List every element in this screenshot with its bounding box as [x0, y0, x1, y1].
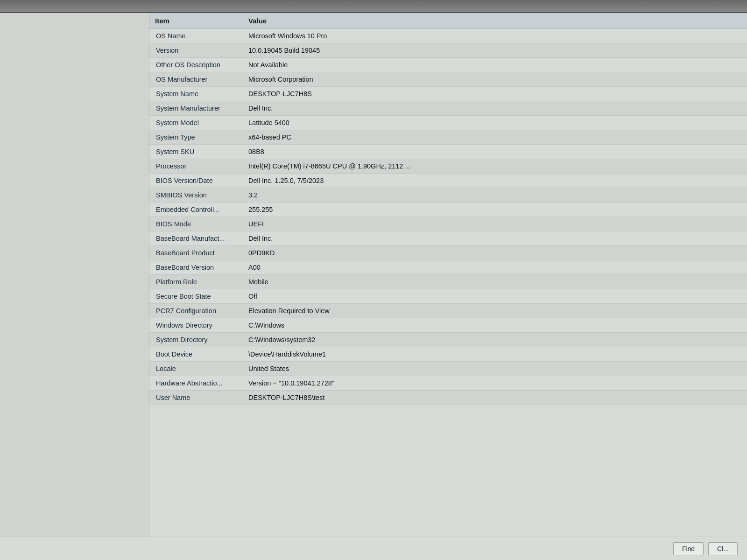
- table-row: Secure Boot StateOff: [149, 289, 747, 304]
- table-row: Boot Device\Device\HarddiskVolume1: [149, 347, 747, 362]
- table-body: OS NameMicrosoft Windows 10 ProVersion10…: [149, 29, 747, 405]
- value-cell: 08B8: [243, 145, 747, 159]
- table-row: PCR7 ConfigurationElevation Required to …: [149, 304, 747, 318]
- item-cell: BaseBoard Manufact...: [149, 231, 243, 246]
- value-cell: Mobile: [243, 275, 747, 289]
- value-cell: A00: [243, 260, 747, 275]
- table-row: Platform RoleMobile: [149, 275, 747, 289]
- table-row: BaseBoard Product0PD9KD: [149, 246, 747, 260]
- value-cell: \Device\HarddiskVolume1: [243, 347, 747, 362]
- item-cell: SMBIOS Version: [149, 188, 243, 203]
- item-cell: Embedded Controll...: [149, 203, 243, 217]
- close-button[interactable]: Cl...: [708, 542, 738, 555]
- value-cell: Latitude 5400: [243, 116, 747, 130]
- table-row: SMBIOS Version3.2: [149, 188, 747, 203]
- table-header-row: Item Value: [149, 13, 747, 29]
- left-panel: [0, 13, 149, 537]
- table-row: System DirectoryC:\Windows\system32: [149, 333, 747, 347]
- bottom-bar: Find Cl...: [0, 537, 747, 560]
- table-row: System ManufacturerDell Inc.: [149, 101, 747, 116]
- value-cell: 3.2: [243, 188, 747, 203]
- value-cell: C:\Windows\system32: [243, 333, 747, 347]
- item-cell: System Directory: [149, 333, 243, 347]
- system-info-table: Item Value OS NameMicrosoft Windows 10 P…: [149, 13, 747, 405]
- item-cell: System SKU: [149, 145, 243, 159]
- value-cell: C:\Windows: [243, 318, 747, 333]
- table-row: Version10.0.19045 Build 19045: [149, 43, 747, 58]
- item-cell: Hardware Abstractio...: [149, 376, 243, 391]
- item-cell: OS Manufacturer: [149, 72, 243, 87]
- table-row: OS NameMicrosoft Windows 10 Pro: [149, 29, 747, 43]
- top-bar: [0, 0, 747, 13]
- right-panel: Item Value OS NameMicrosoft Windows 10 P…: [149, 13, 747, 537]
- value-cell: Version = "10.0.19041.2728": [243, 376, 747, 391]
- item-cell: User Name: [149, 391, 243, 405]
- table-row: Windows DirectoryC:\Windows: [149, 318, 747, 333]
- item-cell: Platform Role: [149, 275, 243, 289]
- table-row: ProcessorIntel(R) Core(TM) i7-8665U CPU …: [149, 159, 747, 174]
- table-row: BaseBoard Manufact...Dell Inc.: [149, 231, 747, 246]
- item-column-header: Item: [149, 13, 243, 29]
- value-cell: Off: [243, 289, 747, 304]
- value-cell: DESKTOP-LJC7H8S: [243, 87, 747, 101]
- table-row: System Typex64-based PC: [149, 130, 747, 145]
- item-cell: Processor: [149, 159, 243, 174]
- item-cell: BIOS Version/Date: [149, 174, 243, 188]
- table-row: BaseBoard VersionA00: [149, 260, 747, 275]
- value-cell: Not Available: [243, 58, 747, 72]
- value-cell: DESKTOP-LJC7H8S\test: [243, 391, 747, 405]
- table-row: Hardware Abstractio...Version = "10.0.19…: [149, 376, 747, 391]
- value-cell: Microsoft Windows 10 Pro: [243, 29, 747, 43]
- item-cell: Version: [149, 43, 243, 58]
- item-cell: PCR7 Configuration: [149, 304, 243, 318]
- item-cell: BaseBoard Version: [149, 260, 243, 275]
- screen-background: Item Value OS NameMicrosoft Windows 10 P…: [0, 0, 747, 560]
- table-row: System NameDESKTOP-LJC7H8S: [149, 87, 747, 101]
- main-content: Item Value OS NameMicrosoft Windows 10 P…: [0, 13, 747, 537]
- value-cell: Elevation Required to View: [243, 304, 747, 318]
- value-cell: 0PD9KD: [243, 246, 747, 260]
- table-row: OS ManufacturerMicrosoft Corporation: [149, 72, 747, 87]
- item-cell: BaseBoard Product: [149, 246, 243, 260]
- value-cell: x64-based PC: [243, 130, 747, 145]
- value-cell: Dell Inc. 1.25.0, 7/5/2023: [243, 174, 747, 188]
- table-row: System ModelLatitude 5400: [149, 116, 747, 130]
- item-cell: System Type: [149, 130, 243, 145]
- item-cell: OS Name: [149, 29, 243, 43]
- table-row: Embedded Controll...255.255: [149, 203, 747, 217]
- item-cell: Other OS Description: [149, 58, 243, 72]
- value-cell: Intel(R) Core(TM) i7-8665U CPU @ 1.90GHz…: [243, 159, 747, 174]
- value-cell: Dell Inc.: [243, 231, 747, 246]
- item-cell: Windows Directory: [149, 318, 243, 333]
- item-cell: Boot Device: [149, 347, 243, 362]
- find-button[interactable]: Find: [673, 542, 704, 555]
- value-cell: 10.0.19045 Build 19045: [243, 43, 747, 58]
- table-row: User NameDESKTOP-LJC7H8S\test: [149, 391, 747, 405]
- table-row: Other OS DescriptionNot Available: [149, 58, 747, 72]
- value-cell: UEFI: [243, 217, 747, 231]
- table-row: BIOS Version/DateDell Inc. 1.25.0, 7/5/2…: [149, 174, 747, 188]
- table-row: LocaleUnited States: [149, 362, 747, 376]
- item-cell: BIOS Mode: [149, 217, 243, 231]
- value-column-header: Value: [243, 13, 747, 29]
- table-row: BIOS ModeUEFI: [149, 217, 747, 231]
- item-cell: Secure Boot State: [149, 289, 243, 304]
- value-cell: Dell Inc.: [243, 101, 747, 116]
- system-info-table-container[interactable]: Item Value OS NameMicrosoft Windows 10 P…: [149, 13, 747, 537]
- item-cell: Locale: [149, 362, 243, 376]
- value-cell: Microsoft Corporation: [243, 72, 747, 87]
- table-row: System SKU08B8: [149, 145, 747, 159]
- value-cell: 255.255: [243, 203, 747, 217]
- item-cell: System Manufacturer: [149, 101, 243, 116]
- value-cell: United States: [243, 362, 747, 376]
- item-cell: System Model: [149, 116, 243, 130]
- item-cell: System Name: [149, 87, 243, 101]
